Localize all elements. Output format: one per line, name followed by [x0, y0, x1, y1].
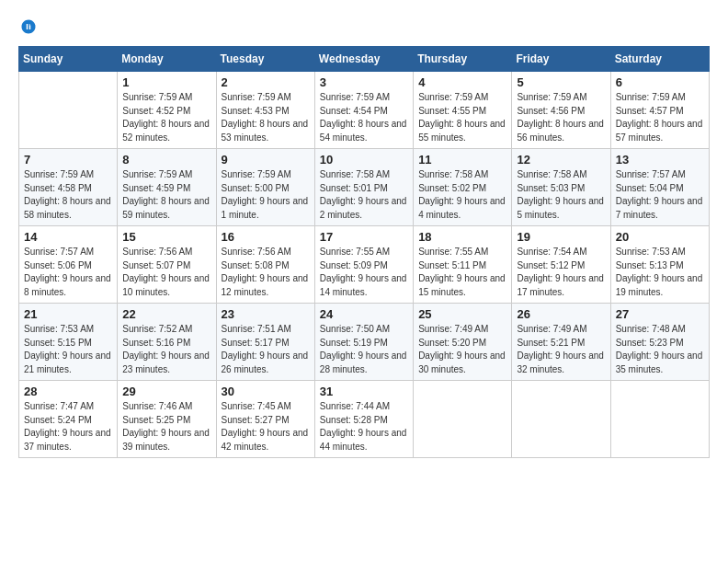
day-info: Sunrise: 7:58 AMSunset: 5:02 PMDaylight:…	[418, 168, 506, 222]
day-info: Sunrise: 7:59 AMSunset: 4:58 PMDaylight:…	[24, 168, 112, 222]
calendar-cell: 2Sunrise: 7:59 AMSunset: 4:53 PMDaylight…	[216, 72, 314, 149]
calendar-cell: 28Sunrise: 7:47 AMSunset: 5:24 PMDayligh…	[19, 381, 118, 458]
day-info: Sunrise: 7:59 AMSunset: 5:00 PMDaylight:…	[222, 168, 310, 222]
header-tuesday: Tuesday	[216, 47, 314, 72]
calendar-cell	[610, 381, 709, 458]
day-info: Sunrise: 7:52 AMSunset: 5:16 PMDaylight:…	[122, 323, 210, 376]
day-number: 3	[320, 75, 408, 89]
calendar-cell: 29Sunrise: 7:46 AMSunset: 5:25 PMDayligh…	[118, 381, 216, 458]
calendar-table: Sunday Monday Tuesday Wednesday Thursday…	[18, 46, 710, 458]
weekday-header-row: Sunday Monday Tuesday Wednesday Thursday…	[19, 47, 710, 72]
day-number: 25	[418, 307, 506, 321]
day-info: Sunrise: 7:49 AMSunset: 5:21 PMDaylight:…	[517, 323, 605, 376]
day-info: Sunrise: 7:51 AMSunset: 5:17 PMDaylight:…	[222, 323, 310, 376]
calendar-cell: 19Sunrise: 7:54 AMSunset: 5:12 PMDayligh…	[512, 226, 610, 304]
day-number: 21	[24, 307, 112, 321]
day-number: 26	[517, 307, 605, 321]
day-number: 5	[517, 75, 605, 89]
calendar-cell: 31Sunrise: 7:44 AMSunset: 5:28 PMDayligh…	[314, 381, 413, 458]
day-info: Sunrise: 7:59 AMSunset: 4:59 PMDaylight:…	[122, 168, 210, 222]
day-info: Sunrise: 7:50 AMSunset: 5:19 PMDaylight:…	[320, 323, 408, 376]
day-number: 8	[122, 153, 210, 167]
day-info: Sunrise: 7:59 AMSunset: 4:55 PMDaylight:…	[418, 91, 506, 144]
calendar-cell: 11Sunrise: 7:58 AMSunset: 5:02 PMDayligh…	[414, 149, 512, 226]
calendar-cell: 10Sunrise: 7:58 AMSunset: 5:01 PMDayligh…	[314, 149, 413, 226]
day-number: 14	[24, 230, 112, 244]
day-info: Sunrise: 7:59 AMSunset: 4:57 PMDaylight:…	[616, 91, 704, 144]
day-number: 4	[418, 75, 506, 89]
calendar-cell: 8Sunrise: 7:59 AMSunset: 4:59 PMDaylight…	[118, 149, 216, 226]
day-info: Sunrise: 7:54 AMSunset: 5:12 PMDaylight:…	[517, 246, 605, 299]
day-info: Sunrise: 7:59 AMSunset: 4:54 PMDaylight:…	[320, 91, 408, 144]
header-wednesday: Wednesday	[314, 47, 413, 72]
day-info: Sunrise: 7:55 AMSunset: 5:11 PMDaylight:…	[418, 246, 506, 299]
logo-icon	[20, 18, 37, 35]
day-info: Sunrise: 7:57 AMSunset: 5:04 PMDaylight:…	[616, 168, 704, 222]
day-info: Sunrise: 7:46 AMSunset: 5:25 PMDaylight:…	[122, 400, 210, 454]
calendar-cell: 5Sunrise: 7:59 AMSunset: 4:56 PMDaylight…	[512, 72, 610, 149]
header-friday: Friday	[512, 47, 610, 72]
day-number: 13	[616, 153, 704, 167]
day-number: 27	[616, 307, 704, 321]
calendar-cell: 30Sunrise: 7:45 AMSunset: 5:27 PMDayligh…	[216, 381, 314, 458]
calendar-cell: 24Sunrise: 7:50 AMSunset: 5:19 PMDayligh…	[314, 304, 413, 381]
day-number: 20	[616, 230, 704, 244]
calendar-page: Sunday Monday Tuesday Wednesday Thursday…	[0, 0, 728, 563]
day-number: 22	[122, 307, 210, 321]
calendar-cell	[512, 381, 610, 458]
day-info: Sunrise: 7:47 AMSunset: 5:24 PMDaylight:…	[24, 400, 112, 454]
day-number: 29	[122, 385, 210, 398]
calendar-cell: 22Sunrise: 7:52 AMSunset: 5:16 PMDayligh…	[118, 304, 216, 381]
day-info: Sunrise: 7:59 AMSunset: 4:56 PMDaylight:…	[517, 91, 605, 144]
day-number: 31	[320, 385, 408, 398]
week-row-0: 1Sunrise: 7:59 AMSunset: 4:52 PMDaylight…	[19, 72, 710, 149]
calendar-cell	[414, 381, 512, 458]
calendar-cell: 17Sunrise: 7:55 AMSunset: 5:09 PMDayligh…	[314, 226, 413, 304]
header-thursday: Thursday	[414, 47, 512, 72]
day-info: Sunrise: 7:48 AMSunset: 5:23 PMDaylight:…	[616, 323, 704, 376]
calendar-cell: 6Sunrise: 7:59 AMSunset: 4:57 PMDaylight…	[610, 72, 709, 149]
day-info: Sunrise: 7:56 AMSunset: 5:08 PMDaylight:…	[222, 246, 310, 299]
header-sunday: Sunday	[19, 47, 118, 72]
calendar-cell: 4Sunrise: 7:59 AMSunset: 4:55 PMDaylight…	[414, 72, 512, 149]
day-number: 15	[122, 230, 210, 244]
header	[18, 18, 710, 35]
week-row-2: 14Sunrise: 7:57 AMSunset: 5:06 PMDayligh…	[19, 226, 710, 304]
calendar-cell: 3Sunrise: 7:59 AMSunset: 4:54 PMDaylight…	[314, 72, 413, 149]
day-info: Sunrise: 7:44 AMSunset: 5:28 PMDaylight:…	[320, 400, 408, 454]
calendar-cell: 15Sunrise: 7:56 AMSunset: 5:07 PMDayligh…	[118, 226, 216, 304]
day-number: 9	[222, 153, 310, 167]
day-info: Sunrise: 7:56 AMSunset: 5:07 PMDaylight:…	[122, 246, 210, 299]
day-number: 2	[222, 75, 310, 89]
day-number: 16	[222, 230, 310, 244]
day-info: Sunrise: 7:45 AMSunset: 5:27 PMDaylight:…	[222, 400, 310, 454]
week-row-4: 28Sunrise: 7:47 AMSunset: 5:24 PMDayligh…	[19, 381, 710, 458]
day-info: Sunrise: 7:59 AMSunset: 4:52 PMDaylight:…	[122, 91, 210, 144]
day-number: 1	[122, 75, 210, 89]
calendar-cell: 27Sunrise: 7:48 AMSunset: 5:23 PMDayligh…	[610, 304, 709, 381]
calendar-cell: 18Sunrise: 7:55 AMSunset: 5:11 PMDayligh…	[414, 226, 512, 304]
day-info: Sunrise: 7:58 AMSunset: 5:03 PMDaylight:…	[517, 168, 605, 222]
calendar-cell: 21Sunrise: 7:53 AMSunset: 5:15 PMDayligh…	[19, 304, 118, 381]
day-number: 10	[320, 153, 408, 167]
day-info: Sunrise: 7:55 AMSunset: 5:09 PMDaylight:…	[320, 246, 408, 299]
day-number: 12	[517, 153, 605, 167]
header-monday: Monday	[118, 47, 216, 72]
day-info: Sunrise: 7:57 AMSunset: 5:06 PMDaylight:…	[24, 246, 112, 299]
day-number: 24	[320, 307, 408, 321]
day-info: Sunrise: 7:58 AMSunset: 5:01 PMDaylight:…	[320, 168, 408, 222]
calendar-cell: 16Sunrise: 7:56 AMSunset: 5:08 PMDayligh…	[216, 226, 314, 304]
day-number: 23	[222, 307, 310, 321]
day-info: Sunrise: 7:49 AMSunset: 5:20 PMDaylight:…	[418, 323, 506, 376]
week-row-3: 21Sunrise: 7:53 AMSunset: 5:15 PMDayligh…	[19, 304, 710, 381]
calendar-cell: 26Sunrise: 7:49 AMSunset: 5:21 PMDayligh…	[512, 304, 610, 381]
calendar-cell: 9Sunrise: 7:59 AMSunset: 5:00 PMDaylight…	[216, 149, 314, 226]
day-info: Sunrise: 7:59 AMSunset: 4:53 PMDaylight:…	[222, 91, 310, 144]
calendar-cell	[19, 72, 118, 149]
calendar-cell: 7Sunrise: 7:59 AMSunset: 4:58 PMDaylight…	[19, 149, 118, 226]
logo	[18, 18, 37, 35]
calendar-cell: 14Sunrise: 7:57 AMSunset: 5:06 PMDayligh…	[19, 226, 118, 304]
calendar-cell: 23Sunrise: 7:51 AMSunset: 5:17 PMDayligh…	[216, 304, 314, 381]
day-info: Sunrise: 7:53 AMSunset: 5:15 PMDaylight:…	[24, 323, 112, 376]
header-saturday: Saturday	[610, 47, 709, 72]
